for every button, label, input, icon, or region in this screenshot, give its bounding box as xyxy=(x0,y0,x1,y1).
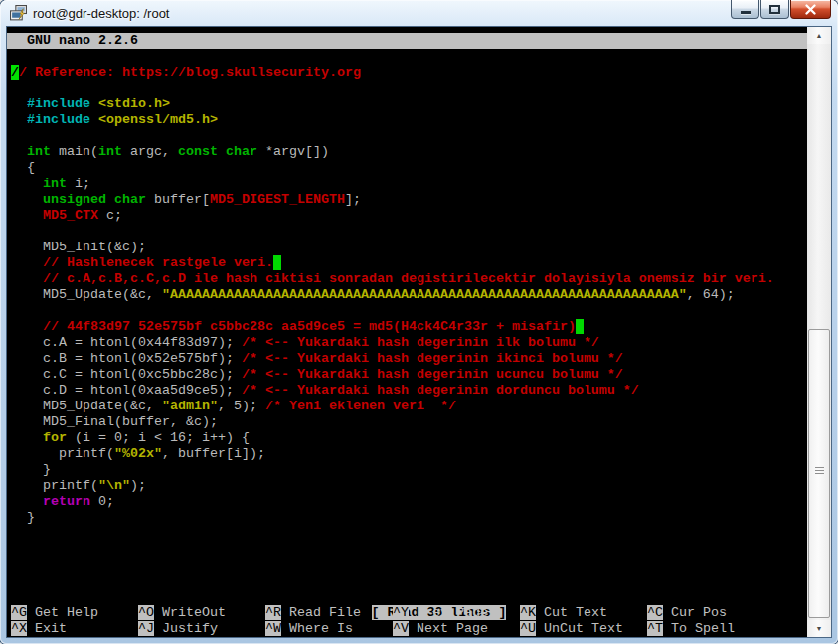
code-line[interactable]: } xyxy=(11,510,807,526)
code-line[interactable] xyxy=(11,80,807,96)
code-line[interactable]: MD5_Update(&c, "AAAAAAAAAAAAAAAAAAAAAAAA… xyxy=(11,287,807,303)
code-line[interactable]: unsigned char buffer[MD5_DIGEST_LENGTH]; xyxy=(11,192,807,208)
code-line[interactable]: // 44f83d97 52e575bf c5bbc28c aa5d9ce5 =… xyxy=(11,319,807,335)
window-title: root@gdr-desktop: /root xyxy=(33,6,169,21)
shortcut-row: ^G Get Help^O WriteOut^R Read File^Y Pre… xyxy=(7,605,807,621)
scrollbar-thumb[interactable] xyxy=(808,329,830,618)
shortcut-ctrl-W: ^W Where Is xyxy=(265,621,353,637)
code-line[interactable]: MD5_Update(&c, "admin", 5); /* Yeni ekle… xyxy=(11,399,807,414)
scrollbar[interactable]: ▲ ▼ xyxy=(807,27,831,637)
scrollbar-grip-icon xyxy=(815,467,824,475)
code-line[interactable] xyxy=(11,303,807,319)
putty-window: root@gdr-desktop: /root File: hash_exten… xyxy=(0,0,838,644)
code-line[interactable]: MD5_Final(buffer, &c); xyxy=(11,414,807,430)
code-line[interactable] xyxy=(11,128,807,144)
code-line[interactable]: printf("%02x", buffer[i]); xyxy=(11,446,807,462)
shortcut-ctrl-R: ^R Read File xyxy=(265,605,361,621)
code-line[interactable]: // c.A,c.B,c.C,c.D ile hash ciktisi sonr… xyxy=(11,271,807,287)
code-line[interactable]: for (i = 0; i < 16; i++) { xyxy=(11,430,807,446)
code-line[interactable]: printf("\n"); xyxy=(11,478,807,494)
scroll-down-icon: ▼ xyxy=(816,625,823,632)
shortcut-ctrl-G: ^G Get Help xyxy=(11,605,98,621)
shortcut-ctrl-U: ^U UnCut Text xyxy=(520,621,623,637)
code-line[interactable]: // Reference: https://blog.skullsecurity… xyxy=(11,65,807,80)
shortcut-ctrl-J: ^J Justify xyxy=(138,621,218,637)
code-line[interactable]: c.D = htonl(0xaa5d9ce5); /* <-- Yukardak… xyxy=(11,383,807,399)
scroll-up-icon: ▲ xyxy=(816,32,823,39)
scroll-up-button[interactable]: ▲ xyxy=(807,27,831,44)
shortcut-ctrl-T: ^T To Spell xyxy=(647,621,735,637)
code-line[interactable]: MD5_Init(&c); xyxy=(11,240,807,255)
code-line[interactable]: c.B = htonl(0x52e575bf); /* <-- Yukardak… xyxy=(11,351,807,367)
shortcut-ctrl-X: ^X Exit xyxy=(11,621,67,637)
code-line[interactable]: } xyxy=(11,462,807,478)
code-line[interactable]: return 0; xyxy=(11,494,807,510)
nano-header-bar: File: hash_extension.c GNU nano 2.2.6 xyxy=(7,33,807,49)
titlebar[interactable]: root@gdr-desktop: /root xyxy=(0,0,838,27)
terminal-frame: File: hash_extension.c GNU nano 2.2.6 //… xyxy=(6,26,832,638)
code-line[interactable]: c.A = htonl(0x44f83d97); /* <-- Yukardak… xyxy=(11,335,807,351)
close-button[interactable] xyxy=(790,0,831,19)
shortcut-row: ^X Exit^J Justify^W Where Is^V Next Page… xyxy=(7,621,807,637)
nano-version: GNU nano 2.2.6 xyxy=(27,33,138,49)
nano-status-bar: [ Read 30 lines ] xyxy=(7,589,807,605)
shortcut-ctrl-C: ^C Cur Pos xyxy=(647,605,727,621)
code-line[interactable]: #include <openssl/md5.h> xyxy=(11,112,807,128)
code-line[interactable]: int i; xyxy=(11,176,807,192)
code-line[interactable] xyxy=(11,224,807,240)
close-icon xyxy=(804,4,817,15)
putty-terminal-icon[interactable] xyxy=(10,5,27,22)
shortcut-ctrl-O: ^O WriteOut xyxy=(138,605,226,621)
code-area[interactable]: // Reference: https://blog.skullsecurity… xyxy=(11,65,807,526)
scroll-down-button[interactable]: ▼ xyxy=(807,620,831,637)
code-line[interactable]: { xyxy=(11,160,807,176)
shortcut-ctrl-V: ^V Next Page xyxy=(393,621,488,637)
minimize-button[interactable] xyxy=(731,0,759,19)
code-line[interactable]: MD5_CTX c; xyxy=(11,208,807,224)
code-line[interactable]: // Hashlenecek rastgele veri. xyxy=(11,255,807,271)
terminal[interactable]: File: hash_extension.c GNU nano 2.2.6 //… xyxy=(7,27,807,637)
minimize-icon xyxy=(741,11,751,14)
maximize-icon xyxy=(769,5,780,14)
shortcut-ctrl-Y: ^Y Prev Page xyxy=(393,605,488,621)
window-controls xyxy=(730,0,831,19)
code-line[interactable]: c.C = htonl(0xc5bbc28c); /* <-- Yukardak… xyxy=(11,367,807,383)
code-line[interactable]: #include <stdio.h> xyxy=(11,96,807,112)
code-line[interactable]: int main(int argc, const char *argv[]) xyxy=(11,144,807,160)
shortcut-ctrl-K: ^K Cut Text xyxy=(520,605,607,621)
maximize-button[interactable] xyxy=(760,0,789,19)
